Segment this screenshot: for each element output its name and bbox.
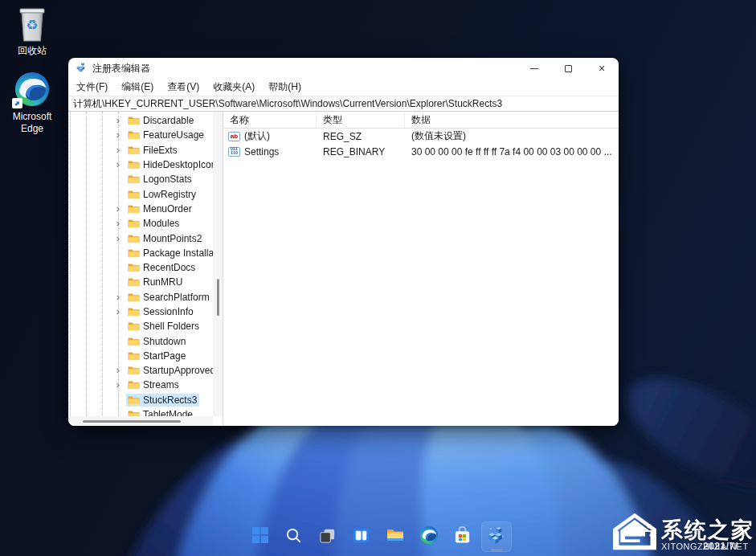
menu-item[interactable]: 文件(F) [76, 80, 108, 94]
column-header-type[interactable]: 类型 [317, 112, 405, 128]
desktop-icon-recycle-bin[interactable]: ♻ 回收站 [3, 5, 61, 57]
chevron-right-icon[interactable]: › [113, 366, 123, 375]
folder-icon [128, 395, 140, 405]
task-view-button[interactable] [313, 521, 343, 552]
chevron-right-icon[interactable]: › [113, 130, 123, 140]
tree-item-label: SessionInfo [143, 306, 194, 317]
search-button[interactable] [279, 521, 309, 552]
window-title: 注册表编辑器 [92, 62, 517, 76]
registry-editor-taskbar-button[interactable] [481, 521, 512, 552]
tree-item[interactable]: › LowRegistry [68, 186, 213, 201]
folder-icon [128, 380, 140, 390]
chevron-right-icon[interactable]: › [113, 234, 123, 243]
value-type: REG_SZ [317, 131, 405, 142]
tree-item-label: MountPoints2 [143, 233, 202, 244]
value-type-icon: 011110 [228, 147, 240, 157]
tree-item[interactable]: › MenuOrder [68, 202, 213, 216]
chevron-right-icon[interactable]: › [113, 145, 123, 155]
menu-item[interactable]: 收藏夹(A) [213, 80, 255, 94]
tree-item[interactable]: › RunMRU [68, 275, 213, 289]
folder-icon [128, 248, 140, 258]
recycle-bin-icon: ♻ [3, 5, 61, 42]
tree-item[interactable]: › MountPoints2 [68, 231, 213, 245]
tree-item[interactable]: › Modules [68, 216, 213, 231]
tree-item[interactable]: › Package Installation [68, 246, 213, 260]
chevron-right-icon[interactable]: › [113, 160, 123, 170]
column-header-name[interactable]: 名称 [223, 112, 317, 128]
value-type: REG_BINARY [317, 146, 405, 157]
scrollbar-thumb[interactable] [83, 420, 181, 423]
windows-start-icon [251, 526, 269, 547]
tree-horizontal-scrollbar[interactable] [68, 416, 213, 426]
chevron-right-icon[interactable]: › [113, 219, 123, 228]
tree-item[interactable]: › Shell Folders [68, 319, 213, 333]
widgets-icon [352, 526, 370, 548]
tree-item-label: Shell Folders [143, 321, 199, 332]
tree-item[interactable]: › LogonStats [68, 172, 213, 186]
maximize-button[interactable] [551, 58, 585, 79]
folder-icon [128, 145, 140, 155]
tree-item[interactable]: › StuckRects3 [68, 393, 213, 407]
minimize-button[interactable] [517, 58, 551, 79]
value-name: (默认) [244, 129, 270, 143]
registry-tree-pane: › Discardable › [68, 112, 223, 426]
tree-vertical-scrollbar[interactable] [213, 112, 223, 416]
chevron-right-icon[interactable]: › [113, 292, 123, 302]
value-list-pane: 名称 类型 数据 ab (默认) REG_SZ (数值未设置) 011110 S… [223, 112, 619, 426]
desktop-icon-edge[interactable]: Microsoft Edge [3, 71, 61, 135]
tree-item-label: StartPage [143, 350, 186, 362]
folder-icon [128, 307, 140, 317]
tree-item[interactable]: › StartupApproved [68, 363, 213, 378]
address-bar[interactable]: 计算机\HKEY_CURRENT_USER\Software\Microsoft… [68, 96, 619, 112]
folder-icon [128, 219, 140, 228]
tree-item-label: HideDesktopIcons [143, 159, 213, 170]
scrollbar-thumb[interactable] [217, 279, 219, 316]
folder-icon [128, 292, 140, 302]
chevron-right-icon[interactable]: › [113, 307, 123, 317]
tree-item[interactable]: › Discardable [68, 113, 213, 128]
tree-item-label: Package Installation [143, 247, 213, 259]
tree-item-label: TabletMode [143, 409, 193, 416]
menu-item[interactable]: 查看(V) [167, 80, 199, 94]
tree-item[interactable]: › StartPage [68, 349, 213, 363]
tree-item[interactable]: › TabletMode [68, 407, 213, 416]
registry-value-row[interactable]: ab (默认) REG_SZ (数值未设置) [223, 129, 619, 144]
menu-item[interactable]: 编辑(E) [121, 80, 153, 94]
edge-icon [419, 525, 439, 548]
start-button[interactable] [245, 521, 276, 552]
desktop-icon-label: Microsoft Edge [3, 111, 61, 135]
tree-item-label: Discardable [143, 115, 194, 126]
tree-item[interactable]: › HideDesktopIcons [68, 157, 213, 172]
folder-icon [128, 190, 140, 199]
tree-item[interactable]: › SessionInfo [68, 305, 213, 319]
microsoft-store-button[interactable] [447, 521, 478, 552]
chevron-right-icon[interactable]: › [113, 116, 123, 125]
chevron-right-icon[interactable]: › [113, 380, 123, 390]
file-explorer-button[interactable] [380, 521, 411, 552]
chevron-right-icon[interactable]: › [113, 204, 123, 214]
menu-item[interactable]: 帮助(H) [268, 80, 301, 94]
close-button[interactable]: ✕ [585, 58, 619, 79]
tree-item[interactable]: › FileExts [68, 143, 213, 157]
tree-item[interactable]: › Shutdown [68, 333, 213, 348]
desktop-icon-label: 回收站 [3, 45, 61, 57]
folder-icon [128, 351, 140, 361]
registry-editor-window: 注册表编辑器 ✕ 文件(F)编辑(E)查看(V)收藏夹(A)帮助(H) 计算机\… [68, 58, 619, 426]
title-bar[interactable]: 注册表编辑器 ✕ [68, 58, 619, 79]
tree-item-label: FeatureUsage [143, 129, 204, 141]
column-header-data[interactable]: 数据 [405, 112, 619, 128]
tree-item[interactable]: › SearchPlatform [68, 290, 213, 305]
tree-item[interactable]: › FeatureUsage [68, 128, 213, 142]
registry-value-row[interactable]: 011110 Settings REG_BINARY 30 00 00 00 f… [223, 144, 619, 159]
watermark: 系统之家 XITONGZHIJIA.NET 2021/7/ [610, 509, 754, 556]
watermark-date: 2021/7/ [703, 541, 738, 552]
folder-icon [128, 277, 140, 287]
microsoft-store-icon [453, 526, 472, 548]
edge-taskbar-button[interactable] [414, 521, 444, 552]
tree-item[interactable]: › RecentDocs [68, 260, 213, 275]
tree-item-label: SearchPlatform [143, 292, 210, 303]
value-data: 30 00 00 00 fe ff ff ff 7a f4 00 00 03 0… [405, 146, 619, 157]
widgets-button[interactable] [346, 521, 377, 552]
folder-icon [128, 263, 140, 272]
tree-item[interactable]: › Streams [68, 378, 213, 392]
